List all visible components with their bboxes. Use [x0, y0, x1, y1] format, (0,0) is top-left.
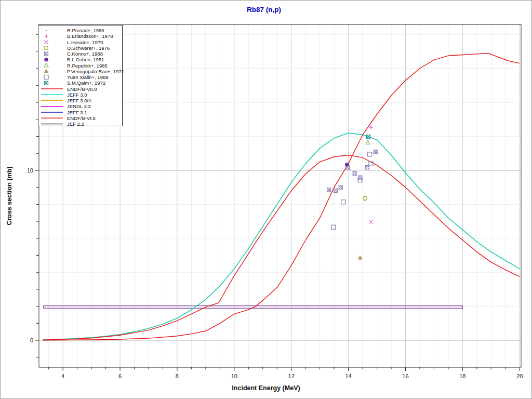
legend-label: S.M.Qaim+, 1972	[67, 80, 105, 86]
cross-section-chart: Rb87 (n,p) 468101214161820010 Incident E…	[0, 0, 532, 399]
legend-label: B.Erlandsson+, 1978	[67, 33, 113, 39]
data-point-b-l-cohen-1951	[345, 163, 349, 166]
x-tick-label: 14	[345, 373, 351, 379]
legend-label: B.L.Cohen, 1951	[67, 57, 104, 62]
plot-window: Rb87 (n,p) 468101214161820010 Incident E…	[0, 0, 532, 399]
x-tick-label: 16	[402, 373, 408, 379]
x-tick-label: 18	[459, 373, 466, 379]
chart-title: Rb87 (n,p)	[247, 6, 281, 14]
legend-label: Yuan Xialin+, 1989	[67, 74, 109, 80]
legend-label: JEF 2.2	[67, 121, 84, 127]
legend-label: C.Konno+, 1988	[67, 51, 103, 57]
legend-label: JEFF 3.1	[67, 110, 87, 115]
y-tick-label: 10	[27, 167, 33, 174]
legend-label: L.Husain+, 1970	[67, 39, 103, 45]
legend-symbol-dot	[46, 30, 47, 31]
x-tick-label: 12	[288, 373, 295, 379]
legend-label: R.Pepelnik+, 1985	[67, 63, 108, 69]
x-axis-title: Incident Energy (MeV)	[232, 384, 300, 392]
legend-label: JENDL 3.3	[67, 103, 91, 109]
legend-label: ENDF/B-VII.0	[67, 86, 97, 92]
legend-label: P.Venugopala Rao+, 1971	[67, 69, 124, 74]
legend-label: O.Schwerer+, 1976	[67, 45, 110, 51]
legend-symbol-circle-filled	[45, 58, 48, 61]
x-tick-label: 4	[61, 373, 64, 379]
x-tick-label: 8	[176, 373, 179, 379]
legend-label: JEFF 3.0/A	[67, 98, 92, 103]
x-tick-label: 6	[118, 373, 122, 379]
legend-label: ENDF/B-VI.8	[67, 115, 96, 121]
y-tick-label: 0	[30, 337, 33, 343]
legend-label: JEFF 3.0	[67, 92, 87, 98]
x-tick-label: 20	[516, 373, 523, 379]
x-tick-label: 10	[231, 373, 237, 379]
legend-label: R.Prasad+, 1966	[67, 28, 104, 33]
y-axis-title: Cross section (mb)	[6, 166, 13, 225]
